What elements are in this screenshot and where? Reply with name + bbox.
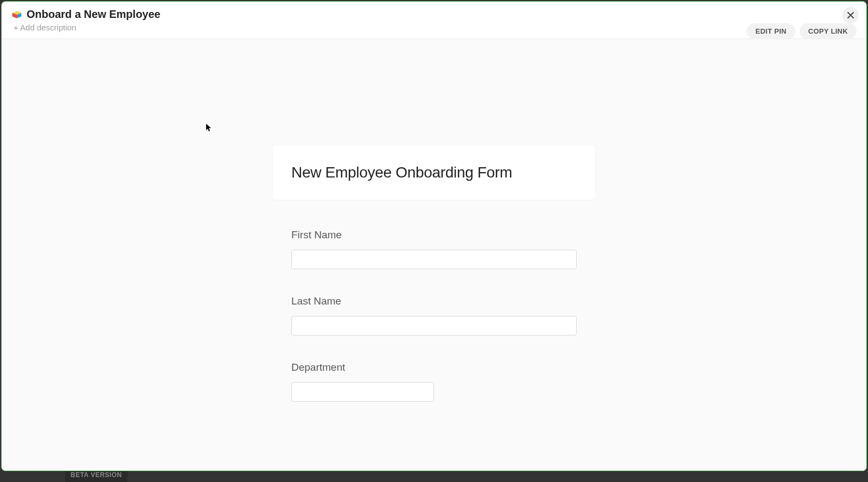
app-logo-icon <box>11 9 22 20</box>
department-input[interactable] <box>291 382 434 402</box>
close-icon <box>847 12 854 18</box>
field-group-department: Department <box>291 362 577 402</box>
add-description-link[interactable]: + Add description <box>14 23 856 32</box>
modal-header: Onboard a New Employee + Add description… <box>2 2 866 39</box>
form-fields-container: First Name Last Name Department <box>273 229 595 449</box>
first-name-input[interactable] <box>291 250 577 269</box>
cursor-icon <box>206 124 213 135</box>
header-title-row: Onboard a New Employee <box>11 8 856 21</box>
modal-body: New Employee Onboarding Form First Name … <box>2 39 866 471</box>
header-action-buttons: EDIT PIN COPY LINK <box>746 23 857 39</box>
edit-pin-button[interactable]: EDIT PIN <box>746 23 795 39</box>
last-name-input[interactable] <box>291 316 577 335</box>
header-actions <box>843 7 859 23</box>
field-label: Last Name <box>291 295 577 307</box>
page-title: Onboard a New Employee <box>27 8 161 21</box>
form-title: New Employee Onboarding Form <box>291 164 577 181</box>
copy-link-button[interactable]: COPY LINK <box>800 23 857 39</box>
field-group-first-name: First Name <box>291 229 577 269</box>
form-title-card: New Employee Onboarding Form <box>273 145 595 200</box>
field-group-last-name: Last Name <box>291 295 577 335</box>
field-label: Department <box>291 362 577 373</box>
modal-window: Onboard a New Employee + Add description… <box>1 1 867 471</box>
close-button[interactable] <box>843 7 859 23</box>
field-label: First Name <box>291 229 577 241</box>
